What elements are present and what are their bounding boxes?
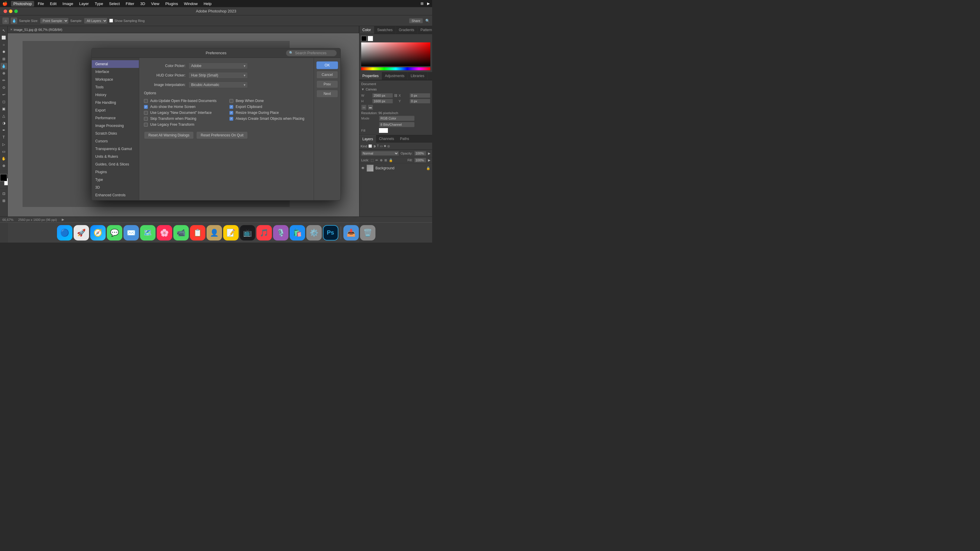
menu-file[interactable]: File: [35, 1, 46, 6]
dock-podcasts[interactable]: 🎙️: [273, 225, 288, 240]
preferences-sidebar: General Interface Workspace Tools Histor…: [92, 58, 139, 200]
sidebar-item-plugins[interactable]: Plugins: [92, 168, 139, 176]
image-interpolation-select-wrapper: Bicubic Automatic ▼: [188, 81, 248, 88]
checkbox-skip-transform: Skip Transform when Placing: [144, 116, 223, 121]
sidebar-item-image-processing[interactable]: Image Processing: [92, 122, 139, 130]
search-preferences-input[interactable]: [295, 51, 334, 55]
menu-type[interactable]: Type: [92, 1, 105, 6]
dock-music[interactable]: 🎵: [256, 225, 272, 240]
image-interpolation-row: Image Interpolation: Bicubic Automatic ▼: [144, 81, 309, 88]
share-button[interactable]: Share: [409, 18, 423, 24]
sidebar-item-performance[interactable]: Performance: [92, 114, 139, 122]
checkbox-legacy-free-box[interactable]: [144, 123, 148, 127]
sidebar-item-3d[interactable]: 3D: [92, 184, 139, 191]
dock-contacts[interactable]: 👤: [207, 225, 222, 240]
sidebar-item-enhanced-controls[interactable]: Enhanced Controls: [92, 191, 139, 199]
checkbox-skip-transform-box[interactable]: [144, 117, 148, 121]
sample-size-label: Sample Size:: [19, 19, 38, 22]
apple-menu[interactable]: 🍎: [2, 1, 8, 6]
sidebar-item-tech-previews[interactable]: Technology Previews: [92, 199, 139, 200]
eyedropper-tool[interactable]: 💧: [11, 17, 17, 24]
dock-facetime[interactable]: 📹: [173, 225, 189, 240]
checkbox-auto-update: Auto-Update Open File-based Documents: [144, 99, 223, 103]
menu-bar-clock: ⊞: [420, 2, 423, 6]
sidebar-item-guides-grid-slices[interactable]: Guides, Grid & Slices: [92, 160, 139, 168]
menu-3d[interactable]: 3D: [138, 1, 148, 6]
next-button[interactable]: Next: [317, 90, 338, 98]
menu-window[interactable]: Window: [181, 1, 200, 6]
reset-prefs-button[interactable]: Reset Preferences On Quit: [196, 131, 248, 139]
checkbox-always-smart-label: Always Create Smart Objects when Placing: [235, 116, 304, 121]
checkbox-export-clipboard-box[interactable]: [229, 105, 233, 109]
sidebar-item-scratch-disks[interactable]: Scratch Disks: [92, 130, 139, 137]
sidebar-item-export[interactable]: Export: [92, 106, 139, 114]
checkbox-legacy-free-label: Use Legacy Free Transform: [150, 122, 194, 127]
checkbox-resize-image-label: Resize Image During Place: [235, 111, 279, 115]
sidebar-item-cursors[interactable]: Cursors: [92, 137, 139, 145]
dock-notes[interactable]: 📝: [223, 225, 239, 240]
sidebar-item-general[interactable]: General: [92, 60, 139, 68]
minimize-button[interactable]: [9, 10, 13, 13]
dock-messages[interactable]: 💬: [107, 225, 122, 240]
home-button[interactable]: ⌂: [2, 17, 9, 24]
sidebar-item-workspace[interactable]: Workspace: [92, 76, 139, 83]
checkbox-export-clipboard: Export Clipboard: [229, 105, 309, 109]
sidebar-item-file-handling[interactable]: File Handling: [92, 99, 139, 106]
search-icon: 🔍: [289, 51, 293, 55]
menu-edit[interactable]: Edit: [48, 1, 59, 6]
prev-button[interactable]: Prev: [317, 80, 338, 88]
checkbox-auto-home-box[interactable]: [144, 105, 148, 109]
show-sampling-ring-checkbox[interactable]: [109, 19, 113, 22]
dock-appstore[interactable]: 🛍️: [290, 225, 305, 240]
checkbox-legacy-doc-box[interactable]: [144, 111, 148, 115]
checkbox-auto-update-label: Auto-Update Open File-based Documents: [150, 99, 216, 103]
preferences-right-buttons: OK Cancel Prev Next: [314, 58, 340, 200]
dock-downloads[interactable]: 📥: [344, 225, 359, 240]
dock-reminders[interactable]: 📋: [190, 225, 205, 240]
sample-value-select[interactable]: All Layers: [84, 18, 107, 24]
reset-warnings-button[interactable]: Reset All Warning Dialogs: [144, 131, 194, 139]
hud-color-picker-select[interactable]: Hue Strip (Small): [188, 72, 248, 79]
checkbox-auto-home-label: Auto show the Home Screen: [150, 105, 196, 109]
dock-launchpad[interactable]: 🚀: [73, 225, 89, 240]
prefs-action-buttons: Reset All Warning Dialogs Reset Preferen…: [144, 131, 309, 139]
dock-mail[interactable]: ✉️: [124, 225, 139, 240]
dock-photoshop[interactable]: Ps: [323, 225, 338, 240]
dock-trash[interactable]: 🗑️: [360, 225, 375, 240]
checkbox-always-smart-box[interactable]: [229, 117, 233, 121]
image-interpolation-select[interactable]: Bicubic Automatic: [188, 81, 248, 88]
preferences-dialog: Preferences 🔍 General Interface Workspac…: [91, 48, 341, 200]
checkbox-auto-update-box[interactable]: [144, 99, 148, 103]
menu-filter[interactable]: Filter: [124, 1, 137, 6]
search-icon-toolbar[interactable]: 🔍: [425, 19, 430, 23]
menu-layer[interactable]: Layer: [77, 1, 91, 6]
preferences-overlay: Preferences 🔍 General Interface Workspac…: [0, 26, 432, 222]
color-picker-select[interactable]: Adobe: [188, 63, 248, 69]
sidebar-item-transparency-gamut[interactable]: Transparency & Gamut: [92, 145, 139, 153]
dock-appletv[interactable]: 📺: [240, 225, 255, 240]
sidebar-item-interface[interactable]: Interface: [92, 68, 139, 76]
sidebar-item-tools[interactable]: Tools: [92, 83, 139, 91]
dock-safari[interactable]: 🧭: [90, 225, 106, 240]
menu-plugins[interactable]: Plugins: [163, 1, 180, 6]
ok-button[interactable]: OK: [317, 61, 338, 69]
dock-finder[interactable]: 🔵: [57, 225, 72, 240]
checkbox-beep-box[interactable]: [229, 99, 233, 103]
color-picker-select-wrapper: Adobe ▼: [188, 63, 248, 69]
close-button[interactable]: [3, 10, 7, 13]
menu-help[interactable]: Help: [201, 1, 214, 6]
menu-photoshop[interactable]: Photoshop: [11, 1, 34, 6]
cancel-button[interactable]: Cancel: [317, 71, 338, 79]
sample-size-select[interactable]: Point Sample: [40, 18, 68, 24]
menu-view[interactable]: View: [149, 1, 162, 6]
checkbox-resize-image-box[interactable]: [229, 111, 233, 115]
sidebar-item-units-rulers[interactable]: Units & Rulers: [92, 153, 139, 160]
sidebar-item-type[interactable]: Type: [92, 176, 139, 184]
dock-system-prefs[interactable]: ⚙️: [306, 225, 322, 240]
maximize-button[interactable]: [14, 10, 18, 13]
dock-photos[interactable]: 🌸: [157, 225, 172, 240]
menu-select[interactable]: Select: [107, 1, 122, 6]
menu-image[interactable]: Image: [60, 1, 76, 6]
dock-maps[interactable]: 🗺️: [140, 225, 156, 240]
sidebar-item-history[interactable]: History: [92, 91, 139, 99]
